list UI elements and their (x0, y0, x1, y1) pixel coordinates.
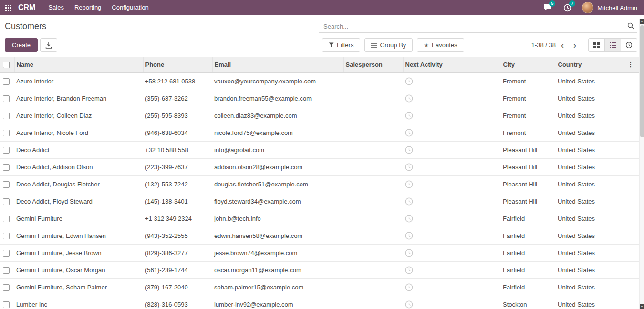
cell-country[interactable]: United States (556, 142, 606, 159)
cell-country[interactable]: United States (556, 210, 606, 227)
cell-country[interactable]: United States (556, 90, 606, 107)
cell-city[interactable]: Fremont (501, 90, 556, 107)
cell-country[interactable]: United States (556, 193, 606, 210)
table-row[interactable]: Deco Addict, Floyd Steward(145)-138-3401… (0, 193, 639, 210)
row-checkbox[interactable] (3, 181, 10, 188)
row-checkbox[interactable] (3, 147, 10, 154)
favorites-button[interactable]: ★ Favorites (417, 38, 464, 52)
row-checkbox[interactable] (3, 250, 10, 257)
cell-next-activity[interactable] (403, 107, 501, 124)
cell-salesperson[interactable] (343, 176, 403, 193)
row-checkbox[interactable] (3, 233, 10, 239)
cell-name[interactable]: Azure Interior, Nicole Ford (14, 124, 143, 142)
cell-country[interactable]: United States (556, 227, 606, 245)
cell-city[interactable]: Fairfield (501, 210, 556, 227)
row-select-cell[interactable] (0, 245, 14, 262)
column-header-city[interactable]: City (501, 57, 556, 73)
cell-email[interactable]: john.b@tech.info (212, 210, 343, 227)
cell-country[interactable]: United States (556, 124, 606, 142)
cell-salesperson[interactable] (343, 193, 403, 210)
row-select-cell[interactable] (0, 124, 14, 142)
cell-email[interactable]: info@agrolait.com (212, 142, 343, 159)
optional-columns-toggle-icon[interactable]: ⋮ (627, 57, 636, 72)
cell-salesperson[interactable] (343, 90, 403, 107)
row-select-cell[interactable] (0, 210, 14, 227)
cell-phone[interactable]: (145)-138-3401 (143, 193, 212, 210)
activity-clock-icon[interactable] (405, 94, 413, 103)
cell-next-activity[interactable] (403, 176, 501, 193)
cell-email[interactable]: nicole.ford75@example.com (212, 124, 343, 142)
cell-next-activity[interactable] (403, 262, 501, 279)
cell-phone[interactable]: (132)-553-7242 (143, 176, 212, 193)
activity-clock-icon[interactable] (405, 266, 413, 274)
app-name[interactable]: CRM (18, 3, 35, 12)
apps-menu-button[interactable] (0, 0, 16, 15)
cell-phone[interactable]: (255)-595-8393 (143, 107, 212, 124)
user-menu[interactable]: Mitchell Admin (577, 2, 644, 13)
activity-clock-icon[interactable] (405, 249, 413, 257)
table-row[interactable]: Deco Addict, Douglas Fletcher(132)-553-7… (0, 176, 639, 193)
pager-previous-button[interactable]: ‹ (557, 41, 568, 50)
column-header-phone[interactable]: Phone (143, 57, 212, 73)
cell-salesperson[interactable] (343, 159, 403, 176)
activity-view-button[interactable] (621, 38, 637, 52)
table-row[interactable]: Lumber Inc(828)-316-0593lumber-inv92@exa… (0, 296, 639, 309)
search-icon[interactable] (627, 22, 634, 31)
cell-phone[interactable]: (561)-239-1744 (143, 262, 212, 279)
table-row[interactable]: Gemini Furniture+1 312 349 2324john.b@te… (0, 210, 639, 227)
cell-name[interactable]: Azure Interior, Brandon Freeman (14, 90, 143, 107)
column-header-name[interactable]: Name (14, 57, 143, 73)
cell-name[interactable]: Lumber Inc (14, 296, 143, 309)
row-select-cell[interactable] (0, 90, 14, 107)
cell-phone[interactable]: (223)-399-7637 (143, 159, 212, 176)
cell-salesperson[interactable] (343, 296, 403, 309)
cell-next-activity[interactable] (403, 193, 501, 210)
list-view-button[interactable] (604, 38, 621, 52)
cell-email[interactable]: colleen.diaz83@example.com (212, 107, 343, 124)
table-row[interactable]: Azure Interior, Nicole Ford(946)-638-603… (0, 124, 639, 142)
cell-phone[interactable]: (829)-386-3277 (143, 245, 212, 262)
row-checkbox[interactable] (3, 284, 10, 291)
cell-next-activity[interactable] (403, 227, 501, 245)
cell-phone[interactable]: +32 10 588 558 (143, 142, 212, 159)
cell-email[interactable]: douglas.fletcher51@example.com (212, 176, 343, 193)
cell-country[interactable]: United States (556, 176, 606, 193)
column-header-email[interactable]: Email (212, 57, 343, 73)
cell-name[interactable]: Gemini Furniture, Soham Palmer (14, 279, 143, 296)
cell-next-activity[interactable] (403, 90, 501, 107)
cell-salesperson[interactable] (343, 227, 403, 245)
cell-city[interactable]: Fremont (501, 124, 556, 142)
activity-clock-icon[interactable] (405, 300, 413, 309)
table-row[interactable]: Deco Addict+32 10 588 558info@agrolait.c… (0, 142, 639, 159)
row-select-cell[interactable] (0, 262, 14, 279)
cell-country[interactable]: United States (556, 159, 606, 176)
cell-city[interactable]: Fairfield (501, 279, 556, 296)
row-select-cell[interactable] (0, 159, 14, 176)
table-row[interactable]: Gemini Furniture, Edwin Hansen(943)-352-… (0, 227, 639, 245)
cell-next-activity[interactable] (403, 210, 501, 227)
export-button[interactable] (40, 38, 57, 52)
create-button[interactable]: Create (5, 38, 38, 52)
row-checkbox[interactable] (3, 130, 10, 136)
cell-name[interactable]: Azure Interior, Colleen Diaz (14, 107, 143, 124)
cell-email[interactable]: jesse.brown74@example.com (212, 245, 343, 262)
row-checkbox[interactable] (3, 301, 10, 308)
row-select-cell[interactable] (0, 107, 14, 124)
cell-email[interactable]: vauxoo@yourcompany.example.com (212, 73, 343, 90)
cell-city[interactable]: Fremont (501, 73, 556, 90)
cell-city[interactable]: Fairfield (501, 262, 556, 279)
table-row[interactable]: Gemini Furniture, Oscar Morgan(561)-239-… (0, 262, 639, 279)
cell-email[interactable]: oscar.morgan11@example.com (212, 262, 343, 279)
menu-configuration[interactable]: Configuration (106, 0, 154, 15)
table-row[interactable]: Deco Addict, Addison Olson(223)-399-7637… (0, 159, 639, 176)
cell-country[interactable]: United States (556, 107, 606, 124)
select-all-checkbox[interactable] (3, 62, 10, 68)
cell-salesperson[interactable] (343, 124, 403, 142)
table-row[interactable]: Gemini Furniture, Soham Palmer(379)-167-… (0, 279, 639, 296)
activity-clock-icon[interactable] (405, 197, 413, 206)
activity-clock-icon[interactable] (405, 180, 413, 188)
column-header-country[interactable]: Country (556, 57, 606, 73)
cell-name[interactable]: Gemini Furniture, Oscar Morgan (14, 262, 143, 279)
cell-email[interactable]: addison.olson28@example.com (212, 159, 343, 176)
row-checkbox[interactable] (3, 78, 10, 85)
